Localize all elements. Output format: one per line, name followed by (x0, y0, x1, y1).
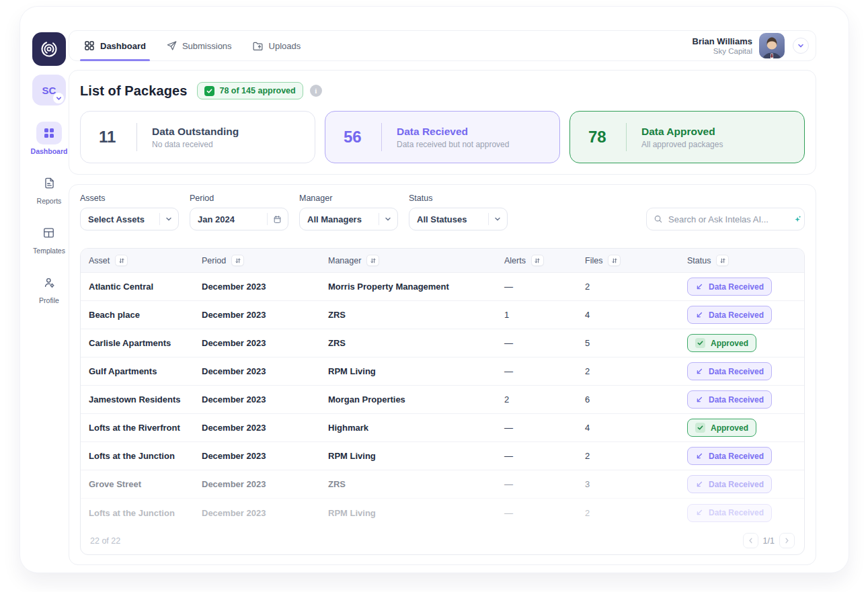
stat-card-received[interactable]: 56 Data Recieved Data received but not a… (325, 111, 560, 163)
assets-select[interactable]: Select Assets (80, 208, 179, 230)
tab-uploads[interactable]: Uploads (252, 31, 301, 60)
cell-manager: Highmark (328, 423, 504, 433)
divider (159, 213, 160, 225)
chevron-down-icon (385, 216, 391, 222)
status-select[interactable]: All Statuses (409, 208, 508, 230)
approved-count-badge: 78 of 145 approved (197, 82, 303, 99)
table-row[interactable]: Jamestown Residents December 2023 Morgan… (81, 386, 804, 414)
table-row[interactable]: Carlisle Apartments December 2023 ZRS — … (81, 329, 804, 357)
workspace-switcher[interactable]: SC (32, 75, 66, 105)
manager-select[interactable]: All Managers (299, 208, 398, 230)
period-picker[interactable]: Jan 2024 (190, 208, 288, 230)
status-label: Data Received (709, 480, 764, 489)
cell-alerts: — (504, 451, 585, 461)
column-header-manager: Manager (328, 256, 361, 265)
info-icon[interactable]: i (310, 85, 322, 97)
arrow-down-left-icon (695, 396, 703, 404)
status-label: Data Received (709, 452, 764, 461)
divider (267, 213, 268, 225)
status-badge[interactable]: Data Received (687, 278, 772, 296)
cell-asset: Lofts at the Junction (89, 451, 202, 461)
tab-label: Dashboard (100, 41, 146, 51)
sort-icon[interactable] (716, 255, 729, 266)
user-menu[interactable]: Brian Williams Sky Capital (693, 33, 809, 58)
cell-period: December 2023 (202, 394, 328, 405)
user-chevron-button[interactable] (793, 38, 809, 54)
chevron-down-icon (494, 216, 501, 222)
sort-icon[interactable] (115, 255, 128, 266)
assets-select-value: Select Assets (88, 214, 159, 224)
table-row[interactable]: Lofts at the Junction December 2023 RPM … (81, 442, 804, 470)
status-badge[interactable]: Data Received (687, 306, 772, 324)
document-icon (36, 171, 62, 194)
check-icon (695, 338, 705, 348)
prev-page-button[interactable] (743, 533, 758, 548)
sort-icon[interactable] (608, 255, 621, 266)
cell-manager: RPM Living (328, 451, 504, 461)
column-header-asset: Asset (89, 256, 110, 265)
cell-files: 2 (585, 366, 687, 376)
cell-files: 4 (585, 423, 687, 433)
filters-bar: Assets Select Assets Period Jan 2024 (80, 194, 805, 230)
cell-period: December 2023 (202, 451, 328, 461)
cell-alerts: 1 (504, 310, 585, 320)
sidebar-item-templates[interactable]: Templates (33, 221, 65, 255)
search-bar (646, 208, 805, 230)
cell-period: December 2023 (202, 366, 328, 376)
sidebar-item-reports[interactable]: Reports (36, 171, 62, 205)
table-row[interactable]: Lofts at the Junction December 2023 RPM … (81, 499, 804, 527)
table-icon (36, 221, 62, 244)
cell-files: 4 (585, 310, 687, 320)
sort-icon[interactable] (531, 255, 544, 266)
page-title: List of Packages (80, 83, 187, 99)
status-badge[interactable]: Data Received (687, 475, 772, 493)
check-icon (204, 86, 214, 96)
stat-card-approved[interactable]: 78 Data Approved All approved packages (569, 111, 805, 163)
sort-icon[interactable] (231, 255, 244, 266)
manager-select-value: All Managers (307, 214, 379, 224)
divider (381, 123, 382, 151)
intelas-logo-icon (39, 39, 59, 59)
app-window: SC Dashboard (20, 7, 849, 573)
status-badge[interactable]: Approved (687, 334, 756, 352)
stat-value: 78 (588, 128, 611, 146)
stat-card-outstanding[interactable]: 11 Data Outstanding No data received (80, 111, 315, 163)
cell-files: 3 (585, 479, 687, 489)
cell-asset: Jamestown Residents (89, 394, 202, 405)
status-badge[interactable]: Data Received (687, 447, 772, 465)
stat-title: Data Recieved (397, 126, 509, 138)
divider (488, 213, 489, 225)
cell-manager: ZRS (328, 479, 504, 489)
cell-alerts: — (504, 338, 585, 348)
tab-dashboard[interactable]: Dashboard (84, 31, 146, 60)
sidebar-item-dashboard[interactable]: Dashboard (31, 122, 68, 155)
tab-submissions[interactable]: Submissions (166, 31, 232, 60)
check-icon (695, 423, 705, 433)
arrow-down-left-icon (695, 368, 703, 376)
cell-asset: Atlantic Central (89, 282, 202, 292)
user-avatar (759, 33, 785, 58)
filter-label-assets: Assets (80, 194, 179, 203)
status-badge[interactable]: Data Received (687, 504, 772, 522)
user-gear-icon (36, 271, 62, 294)
status-badge[interactable]: Data Received (687, 390, 772, 409)
cell-alerts: 2 (504, 394, 585, 405)
table-row[interactable]: Lofts at the Riverfront December 2023 Hi… (81, 414, 804, 442)
status-badge[interactable]: Data Received (687, 362, 772, 380)
cell-alerts: — (504, 479, 585, 489)
divider (136, 123, 137, 151)
cell-files: 2 (585, 451, 687, 461)
status-badge[interactable]: Approved (687, 419, 756, 437)
table-row[interactable]: Gulf Apartments December 2023 RPM Living… (81, 357, 804, 386)
sort-icon[interactable] (366, 255, 379, 266)
packages-table-card: Assets Select Assets Period Jan 2024 (69, 184, 816, 565)
sidebar-item-profile[interactable]: Profile (36, 271, 62, 304)
ai-sparkles-icon[interactable] (792, 214, 802, 224)
app-logo[interactable] (32, 32, 66, 66)
chevron-down-icon (165, 216, 172, 222)
table-row[interactable]: Beach place December 2023 ZRS 1 4 (81, 301, 804, 329)
next-page-button[interactable] (779, 533, 795, 548)
table-row[interactable]: Atlantic Central December 2023 Morris Pr… (81, 273, 804, 301)
table-row[interactable]: Grove Street December 2023 ZRS — 3 (81, 470, 804, 499)
search-input[interactable] (668, 214, 787, 224)
